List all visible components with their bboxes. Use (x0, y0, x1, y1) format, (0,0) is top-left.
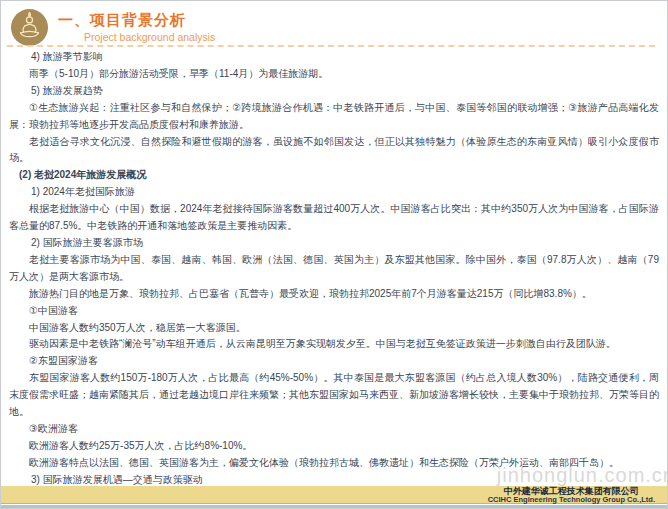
document-page: 一、项目背景分析 Project background analysis 4) … (0, 0, 668, 509)
paragraph: ③欧洲游客 (9, 421, 659, 438)
paragraph: 欧洲游客人数约25万-35万人次，占比约8%-10%。 (9, 438, 659, 455)
company-signature: 中外建华诚工程技术集团有限公司 CCIHC Engineering Techno… (488, 486, 655, 504)
section-title-block: 一、项目背景分析 Project background analysis (58, 11, 215, 43)
paragraph: 2) 国际旅游主要客源市场 (9, 235, 659, 252)
paragraph: 东盟国家游客人数约150万-180万人次，占比最高（约45%-50%）。其中泰国… (9, 370, 659, 421)
paragraph: 4) 旅游季节影响 (9, 49, 659, 66)
company-name-en: CCIHC Engineering Technology Group Co.,L… (488, 496, 655, 504)
paragraph: 老挝主要客源市场为中国、泰国、越南、韩国、欧洲（法国、德国、英国为主）及东盟其他… (9, 252, 659, 286)
paragraph: 中国游客人数约350万人次，稳居第一大客源国。 (9, 320, 659, 337)
paragraph: ①生态旅游兴起：注重社区参与和自然保护；②跨境旅游合作机遇：中老铁路开通后，与中… (9, 100, 659, 134)
paragraph: 欧洲游客特点以法国、德国、英国游客为主，偏爱文化体验（琅勃拉邦古城、佛教遗址）和… (9, 455, 659, 472)
paragraph: ①中国游客 (9, 303, 659, 320)
page-bottom-edge (1, 505, 667, 508)
paragraph: 1) 2024年老挝国际旅游 (9, 184, 659, 201)
paragraph: (2) 老挝2024年旅游发展概况 (9, 167, 659, 184)
paragraph: 旅游热门目的地是万象、琅勃拉邦、占巴塞省（瓦普寺）最受欢迎，琅勃拉邦2025年前… (9, 286, 659, 303)
page-title: 一、项目背景分析 (58, 11, 215, 30)
document-body: 4) 旅游季节影响雨季（5-10月）部分旅游活动受限，旱季（11-4月）为最佳旅… (1, 47, 667, 509)
meditation-lotus-icon (10, 8, 49, 47)
paragraph: 老挝适合寻求文化沉浸、自然探险和避世假期的游客，虽设施不如邻国发达，但正以其独特… (9, 134, 659, 168)
paragraph: 根据老挝旅游中心（中国）数据，2024年老挝接待国际游客数量超过400万人次。中… (9, 201, 659, 235)
page-header: 一、项目背景分析 Project background analysis (1, 1, 667, 48)
page-subtitle: Project background analysis (84, 31, 215, 43)
paragraph: 5) 旅游发展趋势 (9, 83, 659, 100)
paragraph: 驱动因素是中老铁路“澜沧号”动车组开通后，从云南昆明至万象实现朝发夕至。中国与老… (9, 336, 659, 353)
paragraph: 雨季（5-10月）部分旅游活动受限，旱季（11-4月）为最佳旅游期。 (9, 66, 659, 83)
footer-bar: 中外建华诚工程技术集团有限公司 CCIHC Engineering Techno… (1, 486, 667, 504)
paragraph: ②东盟国家游客 (9, 353, 659, 370)
